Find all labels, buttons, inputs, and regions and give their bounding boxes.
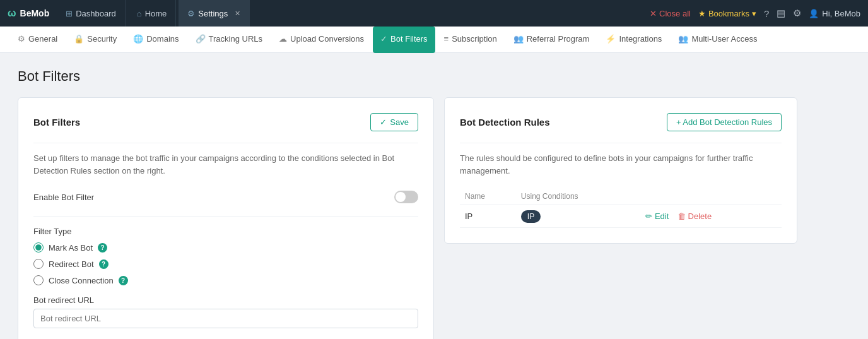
general-icon: ⚙ — [18, 34, 25, 44]
subscription-icon: ≡ — [444, 34, 449, 44]
radio-mark-as-bot-input[interactable] — [33, 242, 44, 253]
tab-home-label: Home — [145, 9, 167, 18]
left-column: Bot Filters ✓ Save Set up filters to man… — [18, 97, 434, 339]
secondary-nav: ⚙ General 🔒 Security 🌐 Domains 🔗 Trackin… — [0, 27, 868, 53]
nav-multi-user[interactable]: 👥 Multi-User Access — [671, 27, 765, 53]
rule-actions: ✏ Edit 🗑 Delete — [640, 205, 782, 228]
radio-close-connection-label: Close Connection — [49, 276, 114, 285]
top-bar-right: ✕ Close all ★ Bookmarks ▾ ? ▤ ⚙ 👤 Hi, Be… — [650, 8, 860, 19]
check-icon: ✓ — [380, 117, 387, 127]
radio-close-connection-input[interactable] — [33, 275, 44, 285]
redirect-bot-help-icon[interactable]: ? — [99, 259, 108, 269]
nav-tracking-urls[interactable]: 🔗 Tracking URLs — [188, 27, 270, 53]
rules-table-header: Name Using Conditions — [460, 188, 782, 205]
bot-filters-icon: ✓ — [380, 34, 387, 44]
nav-security[interactable]: 🔒 Security — [66, 27, 124, 53]
nav-subscription[interactable]: ≡ Subscription — [437, 27, 505, 53]
user-greeting: Hi, BeMob — [822, 9, 860, 18]
nav-general[interactable]: ⚙ General — [10, 27, 65, 53]
upload-icon: ☁ — [279, 34, 287, 44]
bookmarks-label: Bookmarks — [708, 9, 749, 18]
gear-icon[interactable]: ⚙ — [793, 8, 801, 19]
divider-1 — [33, 143, 418, 143]
delete-rule-button[interactable]: 🗑 Delete — [677, 211, 712, 221]
integrations-icon: ⚡ — [606, 34, 616, 44]
tab-settings[interactable]: ⚙ Settings ✕ — [179, 0, 250, 27]
nav-general-label: General — [28, 34, 57, 44]
tab-settings-close[interactable]: ✕ — [235, 9, 240, 18]
nav-domains-label: Domains — [146, 34, 179, 44]
radio-redirect-bot-input[interactable] — [33, 259, 44, 269]
security-icon: 🔒 — [74, 34, 84, 44]
rules-header-row: Name Using Conditions — [460, 188, 782, 205]
nav-integrations-label: Integrations — [619, 34, 662, 44]
save-button[interactable]: ✓ Save — [370, 113, 418, 131]
card-header-left: Bot Filters ✓ Save — [33, 113, 418, 131]
col-name: Name — [460, 188, 516, 205]
user-menu[interactable]: 👤 Hi, BeMob — [809, 9, 860, 18]
tab-home[interactable]: ⌂ Home — [128, 0, 177, 27]
nav-integrations[interactable]: ⚡ Integrations — [598, 27, 669, 53]
nav-multi-user-label: Multi-User Access — [691, 34, 757, 44]
tab-dashboard-label: Dashboard — [76, 9, 116, 18]
edit-rule-button[interactable]: ✏ Edit — [645, 211, 671, 221]
radio-mark-as-bot-label: Mark As Bot — [49, 243, 93, 253]
top-bar-left: ω BeMob ⊞ Dashboard ⌂ Home ⚙ Settings ✕ — [8, 0, 250, 27]
notifications-icon[interactable]: ▤ — [777, 8, 785, 19]
col-actions — [640, 188, 782, 205]
rule-condition: IP — [516, 205, 640, 228]
close-all-icon: ✕ — [650, 9, 657, 18]
multi-user-icon: 👥 — [678, 34, 688, 44]
domains-icon: 🌐 — [133, 34, 143, 44]
chevron-down-icon: ▾ — [752, 9, 756, 18]
divider-rules — [460, 143, 782, 143]
brand-name: BeMob — [20, 8, 50, 18]
nav-referral[interactable]: 👥 Referral Program — [506, 27, 597, 53]
enable-bot-filter-toggle[interactable] — [394, 191, 418, 203]
filter-type-label: Filter Type — [33, 227, 418, 236]
radio-redirect-bot-label: Redirect Bot — [49, 259, 94, 269]
close-connection-help-icon[interactable]: ? — [119, 276, 128, 285]
radio-close-connection[interactable]: Close Connection ? — [33, 275, 418, 285]
page-title: Bot Filters — [18, 68, 850, 85]
bot-redirect-url-input[interactable] — [33, 309, 418, 328]
nav-bot-filters[interactable]: ✓ Bot Filters — [373, 27, 435, 53]
mark-as-bot-help-icon[interactable]: ? — [98, 243, 107, 253]
nav-upload-label: Upload Conversions — [290, 34, 364, 44]
help-icon[interactable]: ? — [764, 8, 769, 19]
bot-filters-card-title: Bot Filters — [33, 117, 80, 128]
tab-dashboard[interactable]: ⊞ Dashboard — [57, 0, 126, 27]
nav-referral-label: Referral Program — [527, 34, 590, 44]
filter-type-group: Mark As Bot ? Redirect Bot ? Close Conne… — [33, 242, 418, 285]
table-row: IP IP ✏ Edit 🗑 Delete — [460, 205, 782, 228]
nav-domains[interactable]: 🌐 Domains — [126, 27, 186, 53]
close-all-button[interactable]: ✕ Close all — [650, 9, 691, 18]
rules-description: The rules should be configured to define… — [460, 152, 782, 177]
page-content: Bot Filters Bot Filters ✓ Save Set up fi… — [0, 53, 868, 339]
nav-upload-conversions[interactable]: ☁ Upload Conversions — [271, 27, 372, 53]
add-bot-detection-label: + Add Bot Detection Rules — [676, 117, 772, 127]
col-conditions: Using Conditions — [516, 188, 640, 205]
radio-redirect-bot[interactable]: Redirect Bot ? — [33, 259, 418, 269]
add-bot-detection-button[interactable]: + Add Bot Detection Rules — [667, 113, 782, 131]
radio-mark-as-bot[interactable]: Mark As Bot ? — [33, 242, 418, 253]
bot-detection-rules-card: Bot Detection Rules + Add Bot Detection … — [444, 97, 797, 244]
brand-icon: ω — [8, 8, 16, 19]
enable-bot-filter-row: Enable Bot Filter — [33, 187, 418, 207]
nav-subscription-label: Subscription — [452, 34, 497, 44]
condition-badge: IP — [521, 210, 541, 223]
bookmarks-button[interactable]: ★ Bookmarks ▾ — [698, 9, 756, 18]
divider-2 — [33, 216, 418, 217]
rule-name: IP — [460, 205, 516, 228]
rules-table: Name Using Conditions IP IP — [460, 188, 782, 228]
bot-filters-card: Bot Filters ✓ Save Set up filters to man… — [18, 97, 434, 339]
close-all-label: Close all — [659, 9, 691, 18]
brand-logo[interactable]: ω BeMob — [8, 8, 49, 19]
card-header-right: Bot Detection Rules + Add Bot Detection … — [460, 113, 782, 131]
home-icon: ⌂ — [137, 9, 142, 18]
nav-security-label: Security — [87, 34, 117, 44]
nav-tracking-label: Tracking URLs — [209, 34, 262, 44]
nav-bot-filters-label: Bot Filters — [390, 34, 428, 44]
star-icon: ★ — [698, 9, 706, 18]
bot-filters-description: Set up filters to manage the bot traffic… — [33, 152, 418, 177]
